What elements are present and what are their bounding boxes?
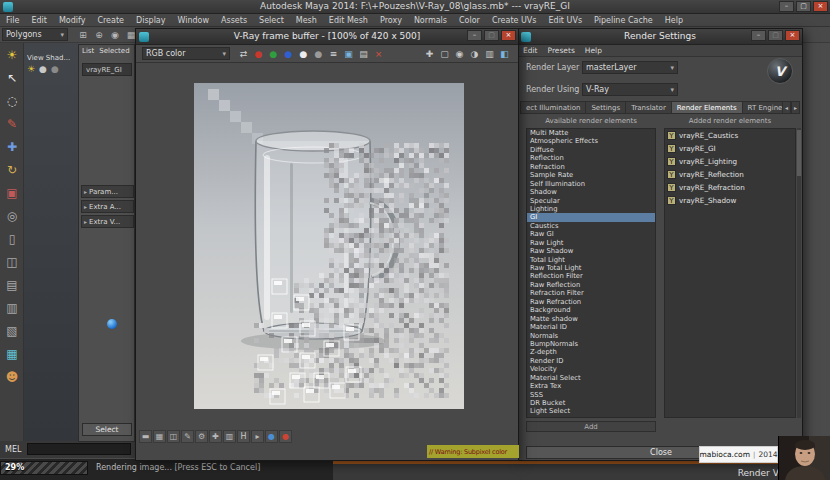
available-element-item[interactable]: Raw Light xyxy=(527,239,655,247)
character-icon[interactable]: ☻ xyxy=(0,365,24,388)
add-element-button[interactable]: Add xyxy=(526,421,656,432)
viewport-sphere2-icon[interactable]: ● xyxy=(51,64,59,74)
menu-item[interactable]: Edit Mesh xyxy=(323,16,374,25)
attr-section-header[interactable]: ▸ Extra A... xyxy=(81,200,134,213)
blue-channel-icon[interactable]: ● xyxy=(281,47,296,61)
frame-buffer-titlebar[interactable]: V-Ray frame buffer - [100% of 420 x 500]… xyxy=(136,29,518,45)
frame-buffer-canvas[interactable] xyxy=(136,63,518,430)
menu-item[interactable]: Assets xyxy=(215,16,253,25)
attr-section-header[interactable]: ▸ Param... xyxy=(81,185,134,198)
move-tool-icon[interactable]: ✚ xyxy=(0,135,24,158)
load-image-icon[interactable]: ▤ xyxy=(356,47,371,61)
clear-image-icon[interactable]: × xyxy=(371,47,386,61)
minimize-icon[interactable]: – xyxy=(779,1,794,12)
histogram-icon[interactable]: ▥ xyxy=(223,430,236,443)
menu-item[interactable]: Help xyxy=(659,16,689,25)
close-icon[interactable]: × xyxy=(785,30,800,41)
rs-menu-item[interactable]: Help xyxy=(580,46,607,55)
blue-dot-icon[interactable]: ● xyxy=(265,430,278,443)
menu-item[interactable]: Color xyxy=(453,16,486,25)
available-element-item[interactable]: Raw Shadow xyxy=(527,247,655,255)
rs-scrollbar-thumb[interactable] xyxy=(797,130,801,176)
attr-menu-item[interactable]: List xyxy=(82,47,99,55)
available-element-item[interactable]: Raw GI xyxy=(527,230,655,238)
render-light-icon[interactable]: ☀ xyxy=(0,43,24,66)
layout-persp-outliner-icon[interactable]: ▥ xyxy=(0,296,24,319)
available-element-item[interactable]: Multi Matte xyxy=(527,129,655,137)
menu-item[interactable]: Display xyxy=(130,16,172,25)
attr-menu-item[interactable]: Selected xyxy=(99,47,134,55)
available-element-item[interactable]: Material ID xyxy=(527,323,655,331)
scale-tool-icon[interactable]: ▣ xyxy=(0,181,24,204)
added-element-item[interactable]: Y vrayRE_Refraction xyxy=(665,181,795,194)
play-icon[interactable]: ▸ xyxy=(251,430,264,443)
close-icon[interactable]: × xyxy=(813,1,828,12)
close-icon[interactable]: × xyxy=(501,30,516,41)
viewport-sphere-icon[interactable]: ● xyxy=(39,64,47,74)
element-enabled-icon[interactable]: Y xyxy=(667,170,676,179)
select-tool-icon[interactable]: ↖ xyxy=(0,66,24,89)
menu-item[interactable]: File xyxy=(0,16,25,25)
available-element-item[interactable]: Render ID xyxy=(527,357,655,365)
snap-grid-icon[interactable]: ⊞ xyxy=(76,28,90,41)
color-correction-icon[interactable]: ◑ xyxy=(467,47,482,61)
available-element-item[interactable]: Raw Refraction xyxy=(527,298,655,306)
available-element-item[interactable]: Refraction xyxy=(527,163,655,171)
rs-tab[interactable]: Render Elements xyxy=(672,101,743,114)
available-element-item[interactable]: Matte shadow xyxy=(527,315,655,323)
region-render-icon[interactable]: ▢ xyxy=(437,47,452,61)
available-element-item[interactable]: Diffuse xyxy=(527,146,655,154)
element-enabled-icon[interactable]: Y xyxy=(667,157,676,166)
added-element-item[interactable]: Y vrayRE_Reflection xyxy=(665,168,795,181)
rs-menu-item[interactable]: Edit xyxy=(518,46,543,55)
menu-item[interactable]: Create xyxy=(91,16,130,25)
menu-item[interactable]: Create UVs xyxy=(486,16,543,25)
available-element-item[interactable]: Specular xyxy=(527,197,655,205)
attr-tab-vrayRE-GI[interactable]: vrayRE_GI xyxy=(82,63,132,76)
added-element-item[interactable]: Y vrayRE_GI xyxy=(665,142,795,155)
available-element-item[interactable]: Refraction Filter xyxy=(527,289,655,297)
lasso-tool-icon[interactable]: ◌ xyxy=(0,89,24,112)
layout-single-icon[interactable]: ▯ xyxy=(0,227,24,250)
available-element-item[interactable]: Reflection Filter xyxy=(527,272,655,280)
maximize-icon[interactable]: ▢ xyxy=(484,30,499,41)
available-element-item[interactable]: Shadow xyxy=(527,188,655,196)
viewport-light-icon[interactable]: ☀ xyxy=(27,64,35,74)
tab-scroll-left-icon[interactable]: ◂ xyxy=(782,101,791,114)
element-enabled-icon[interactable]: Y xyxy=(667,183,676,192)
menu-item[interactable]: Mesh xyxy=(290,16,323,25)
available-element-item[interactable]: Caustics xyxy=(527,222,655,230)
menu-item[interactable]: Edit UVs xyxy=(543,16,589,25)
available-element-item[interactable]: Normals xyxy=(527,332,655,340)
available-element-item[interactable]: BumpNormals xyxy=(527,340,655,348)
available-element-item[interactable]: Extra Tex xyxy=(527,382,655,390)
menu-item[interactable]: Edit xyxy=(25,16,53,25)
available-element-item[interactable]: Raw Reflection xyxy=(527,281,655,289)
attr-select-button[interactable]: Select xyxy=(82,423,132,436)
show-alpha-icon[interactable]: ▦ xyxy=(153,430,166,443)
grid-snap-icon[interactable]: ▦ xyxy=(0,342,24,365)
minimize-icon[interactable]: – xyxy=(751,30,766,41)
panel-menu-hint[interactable]: View Shad... xyxy=(27,54,70,62)
channels-menu-icon[interactable]: ≡ xyxy=(326,47,341,61)
attr-section-header[interactable]: ▸ Extra V... xyxy=(81,215,134,228)
levels-icon[interactable]: ▥ xyxy=(482,47,497,61)
mono-channel-icon[interactable]: ● xyxy=(311,47,326,61)
red-dot-icon[interactable]: ● xyxy=(279,430,292,443)
render-settings-titlebar[interactable]: Render Settings – ▢ × xyxy=(518,29,802,45)
pixel-info-icon[interactable]: ◉ xyxy=(452,47,467,61)
available-element-item[interactable]: Reflection xyxy=(527,154,655,162)
menu-item[interactable]: Normals xyxy=(408,16,453,25)
h-shortcut-icon[interactable]: H xyxy=(237,430,250,443)
menu-item[interactable]: Pipeline Cache xyxy=(588,16,659,25)
available-element-item[interactable]: Sample Rate xyxy=(527,171,655,179)
element-enabled-icon[interactable]: Y xyxy=(667,144,676,153)
available-element-item[interactable]: DR Bucket xyxy=(527,399,655,407)
tab-scroll-right-icon[interactable]: ▸ xyxy=(791,101,800,114)
save-image-icon[interactable]: ▣ xyxy=(341,47,356,61)
mel-command-input[interactable] xyxy=(27,443,131,455)
maximize-icon[interactable]: ▢ xyxy=(768,30,783,41)
available-element-item[interactable]: Total Light xyxy=(527,256,655,264)
minimize-panel-icon[interactable]: ▬ xyxy=(139,430,152,443)
green-channel-icon[interactable]: ● xyxy=(266,47,281,61)
